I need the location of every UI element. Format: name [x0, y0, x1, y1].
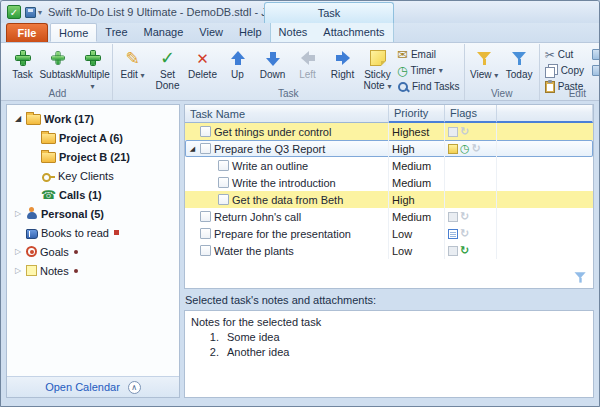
tree-item-label: Key Clients [58, 170, 114, 182]
qat-dropdown-icon[interactable]: ▾ [38, 8, 42, 17]
tree-item-project-a-6[interactable]: Project A (6) [7, 128, 179, 147]
move-left-button[interactable]: Left [290, 45, 325, 80]
flag-recur-icon [460, 210, 469, 223]
task-row[interactable]: Water the plantsLow [185, 242, 593, 259]
column-header-flags[interactable]: Flags [445, 105, 497, 123]
tree-item-goals[interactable]: ▷Goals [7, 242, 179, 261]
task-row[interactable]: Write an outlineMedium [185, 157, 593, 174]
task-row[interactable]: Write the introductionMedium [185, 174, 593, 191]
save-icon[interactable] [25, 7, 36, 18]
book-icon [26, 229, 38, 239]
tree-item-project-b-21[interactable]: Project B (21) [7, 147, 179, 166]
task-row[interactable]: Get the data from BethHigh [185, 191, 593, 208]
edit-task-button[interactable]: Edit ▾ [115, 45, 150, 81]
title-bar[interactable]: ✓ ▾ Swift To-Do List 9 Ultimate - DemoDB… [1, 1, 599, 23]
task-name: Get the data from Beth [232, 194, 343, 206]
tree-item-notes[interactable]: ▷Notes [7, 261, 179, 280]
move-up-button[interactable]: Up [220, 45, 255, 80]
pencil-icon [125, 47, 139, 69]
tree-expander-icon[interactable]: ▷ [13, 266, 23, 275]
edit-option-dropdown-2[interactable]: ▾ [592, 63, 600, 78]
column-header-filler [497, 105, 593, 123]
sticky-note-button[interactable]: Sticky Note ▾ [360, 45, 395, 92]
group-label-edit: Edit [540, 88, 600, 99]
add-multiple-button[interactable]: Multiple ▾ [75, 45, 110, 92]
move-down-button[interactable]: Down [255, 45, 290, 80]
task-row[interactable]: ◢Prepare the Q3 ReportHigh [185, 140, 593, 157]
tab-tree[interactable]: Tree [97, 23, 135, 42]
notes-box[interactable]: Notes for the selected task 1.Some idea2… [184, 310, 594, 398]
tab-home[interactable]: Home [50, 23, 97, 42]
dropdown-arrow-icon: ▾ [494, 71, 498, 80]
cut-button[interactable]: Cut [545, 47, 584, 62]
tab-attachments[interactable]: Attachments [315, 23, 392, 42]
dot-badge [74, 269, 78, 273]
tab-manage[interactable]: Manage [136, 23, 192, 42]
note-item-text: Another idea [227, 345, 289, 360]
column-header-task-name[interactable]: Task Name [185, 105, 389, 123]
group-label-task: Task [113, 88, 464, 99]
tree-item-books-to-read[interactable]: Books to read [7, 223, 179, 242]
task-checkbox[interactable] [200, 126, 211, 137]
task-flags-cell [445, 191, 497, 208]
add-task-button[interactable]: Task [5, 45, 40, 80]
task-row[interactable]: Prepare for the presentationLow [185, 225, 593, 242]
tree-expander-icon[interactable]: ▷ [13, 247, 23, 256]
arrow-right-icon [336, 47, 350, 69]
view-button[interactable]: View ▾ [467, 45, 502, 81]
task-checkbox[interactable] [218, 177, 229, 188]
task-name-cell: ◢Prepare the Q3 Report [185, 140, 389, 157]
tab-help[interactable]: Help [231, 23, 270, 42]
tree-item-personal-5[interactable]: ▷Personal (5) [7, 204, 179, 223]
row-filler [497, 225, 593, 242]
tree-item-key-clients[interactable]: Key Clients [7, 166, 179, 185]
dropdown-arrow-icon: ▾ [141, 71, 145, 80]
flag-recur-icon [460, 227, 469, 240]
move-right-button[interactable]: Right [325, 45, 360, 80]
filter-funnel-icon[interactable] [574, 271, 588, 284]
tree-expander-icon[interactable]: ▷ [13, 209, 23, 218]
ribbon-tab-row: File HomeTreeManageViewHelp NotesAttachm… [1, 23, 599, 43]
task-checkbox[interactable] [200, 211, 211, 222]
tab-view[interactable]: View [191, 23, 231, 42]
collapse-chevron-icon[interactable]: ∧ [128, 381, 141, 394]
edit-option-dropdown-1[interactable]: ▾ [592, 47, 600, 62]
add-subtask-button[interactable]: Subtask [40, 45, 75, 80]
open-calendar-link[interactable]: Open Calendar [45, 381, 120, 393]
task-checkbox[interactable] [218, 194, 229, 205]
task-checkbox[interactable] [200, 245, 211, 256]
task-checkbox[interactable] [200, 143, 211, 154]
column-header-priority[interactable]: Priority [389, 105, 445, 123]
task-checkbox[interactable] [200, 228, 211, 239]
row-filler [497, 157, 593, 174]
tree-item-work-17[interactable]: ◢Work (17) [7, 109, 179, 128]
notes-intro: Notes for the selected task [191, 315, 587, 330]
row-expander-icon[interactable]: ◢ [188, 145, 197, 153]
tree-item-label: Project B (21) [59, 151, 130, 163]
task-priority-cell: Medium [389, 208, 445, 225]
tree-expander-icon[interactable]: ◢ [13, 114, 23, 123]
person-icon [26, 207, 38, 220]
tree-item-label: Calls (1) [59, 189, 102, 201]
task-priority: Medium [392, 160, 431, 172]
today-button[interactable]: Today [502, 45, 537, 80]
task-name-cell: Water the plants [185, 242, 389, 259]
funnel-blue-icon [511, 47, 528, 69]
copy-button[interactable]: Copy [545, 63, 584, 78]
red-square-badge [114, 230, 119, 235]
note-item-number: 1. [205, 330, 227, 345]
tab-notes[interactable]: Notes [271, 23, 316, 42]
email-button[interactable]: Email [397, 47, 460, 62]
tree-item-label: Notes [40, 265, 69, 277]
task-checkbox[interactable] [218, 160, 229, 171]
timer-button[interactable]: Timer ▾ [397, 63, 460, 78]
file-menu-button[interactable]: File [6, 23, 48, 42]
delete-button[interactable]: Delete [185, 45, 220, 80]
set-done-button[interactable]: Set Done [150, 45, 185, 91]
tree-item-calls-1[interactable]: Calls (1) [7, 185, 179, 204]
task-name: Write an outline [232, 160, 308, 172]
key-icon [41, 170, 55, 182]
task-row[interactable]: Get things under controlHighest [185, 123, 593, 140]
tree-item-label: Books to read [41, 227, 109, 239]
task-row[interactable]: Return John's callMedium [185, 208, 593, 225]
